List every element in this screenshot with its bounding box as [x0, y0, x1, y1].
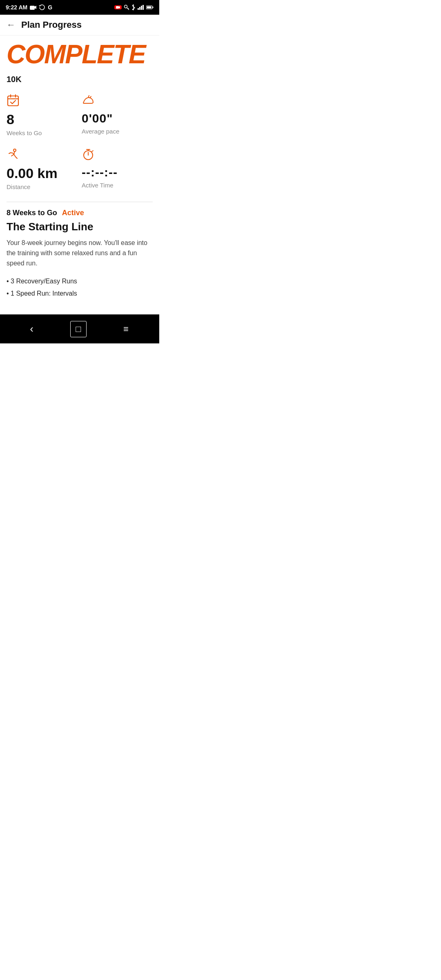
- stopwatch-icon: [82, 148, 153, 163]
- stat-distance: 0.00 km Distance: [7, 148, 78, 190]
- recording-icon: [114, 5, 122, 9]
- key-icon: [124, 4, 129, 10]
- svg-rect-13: [147, 7, 151, 9]
- stat-weeks-to-go: 8 Weeks to Go: [7, 94, 78, 136]
- status-time: 9:22 AM: [6, 4, 27, 11]
- distance-value: 0.00 km: [7, 166, 78, 180]
- stat-average-pace: 0'00" Average pace: [82, 94, 153, 136]
- average-pace-label: Average pace: [82, 128, 153, 135]
- svg-marker-3: [119, 6, 120, 9]
- svg-rect-14: [8, 96, 18, 106]
- svg-rect-7: [138, 8, 139, 10]
- status-left: 9:22 AM G: [6, 4, 52, 11]
- refresh-icon: [39, 4, 45, 10]
- week-status-badge: Active: [62, 209, 84, 217]
- list-item: • 1 Speed Run: Intervals: [7, 289, 153, 298]
- shoe-icon: [82, 94, 153, 109]
- week-title: The Starting Line: [7, 220, 153, 233]
- nav-bar: ← Plan Progress: [0, 15, 159, 36]
- week-description: Your 8-week journey begins now. You'll e…: [7, 238, 153, 268]
- active-time-label: Active Time: [82, 182, 153, 189]
- week-section: 8 Weeks to Go Active The Starting Line Y…: [0, 209, 159, 298]
- signal-icon: [138, 5, 144, 10]
- list-item: • 3 Recovery/Easy Runs: [7, 277, 153, 286]
- stats-grid: 8 Weeks to Go 0'00" Average pace 0.00 km…: [0, 87, 159, 194]
- svg-line-24: [92, 151, 93, 151]
- stat-active-time: --:--:-- Active Time: [82, 148, 153, 190]
- svg-rect-9: [141, 6, 142, 10]
- section-divider: [7, 202, 153, 202]
- week-header: 8 Weeks to Go Active: [7, 209, 153, 217]
- svg-line-19: [9, 153, 11, 154]
- weeks-to-go-value: 8: [7, 112, 78, 126]
- g-logo: G: [48, 4, 52, 11]
- svg-rect-2: [116, 6, 119, 9]
- svg-rect-10: [143, 5, 144, 10]
- svg-point-4: [125, 5, 127, 8]
- complete-text: COMPLETE: [7, 41, 153, 67]
- battery-icon: [146, 5, 154, 9]
- svg-rect-8: [139, 7, 140, 10]
- week-label: 8 Weeks to Go: [7, 209, 57, 217]
- camera-icon: [30, 5, 36, 10]
- svg-rect-12: [153, 7, 154, 8]
- svg-marker-1: [35, 6, 36, 9]
- bottom-nav: ‹ □ ≡: [0, 314, 159, 343]
- status-right: [114, 4, 154, 10]
- distance-label: Distance: [7, 183, 78, 190]
- complete-banner: COMPLETE: [0, 36, 159, 71]
- plan-type: 10K: [0, 71, 159, 87]
- status-bar: 9:22 AM G: [0, 0, 159, 15]
- active-time-value: --:--:--: [82, 166, 153, 178]
- average-pace-value: 0'00": [82, 112, 153, 125]
- svg-rect-0: [30, 6, 35, 10]
- nav-home-button[interactable]: □: [70, 321, 86, 337]
- run-icon: [7, 148, 78, 163]
- bluetooth-icon: [131, 4, 136, 10]
- workout-list: • 3 Recovery/Easy Runs • 1 Speed Run: In…: [7, 277, 153, 298]
- back-button[interactable]: ←: [7, 20, 16, 29]
- nav-back-button[interactable]: ‹: [23, 319, 40, 339]
- calendar-check-icon: [7, 94, 78, 109]
- weeks-to-go-label: Weeks to Go: [7, 129, 78, 136]
- page-title: Plan Progress: [21, 20, 82, 30]
- nav-menu-button[interactable]: ≡: [117, 321, 136, 338]
